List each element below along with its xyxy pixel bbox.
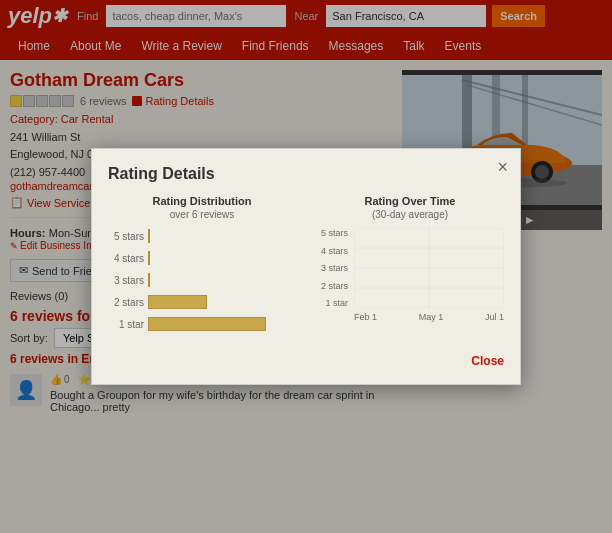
distribution-chart: Rating Distribution over 6 reviews 5 sta…: [108, 195, 296, 338]
bar-track-1: [148, 317, 296, 331]
bar-row-4: 4 stars: [108, 250, 296, 266]
bar-track-3: [148, 273, 296, 287]
line-chart-area: 5 stars 4 stars 3 stars 2 stars 1 star: [316, 228, 504, 328]
line-chart-svg: [354, 228, 504, 308]
dist-title: Rating Distribution: [108, 195, 296, 207]
bar-label-2: 2 stars: [108, 297, 148, 308]
x-labels: Feb 1 May 1 Jul 1: [354, 312, 504, 328]
bar-fill-3: [148, 273, 150, 287]
x-label-feb: Feb 1: [354, 312, 377, 328]
rating-details-modal: Rating Details × Rating Distribution ove…: [91, 148, 521, 385]
bar-row-5: 5 stars: [108, 228, 296, 244]
bar-fill-2: [148, 295, 207, 309]
x-label-may: May 1: [419, 312, 444, 328]
line-chart-plot: [354, 228, 504, 308]
bar-track-4: [148, 251, 296, 265]
bar-fill-1: [148, 317, 266, 331]
y-label-1: 1 star: [316, 298, 351, 308]
x-label-jul: Jul 1: [485, 312, 504, 328]
modal-title: Rating Details: [108, 165, 504, 183]
bar-row-1: 1 star: [108, 316, 296, 332]
time-subtitle: (30-day average): [316, 209, 504, 220]
time-chart: Rating Over Time (30-day average) 5 star…: [316, 195, 504, 338]
dist-subtitle: over 6 reviews: [108, 209, 296, 220]
bar-chart: 5 stars 4 stars 3 stars: [108, 228, 296, 332]
bar-row-2: 2 stars: [108, 294, 296, 310]
time-title: Rating Over Time: [316, 195, 504, 207]
bar-track-5: [148, 229, 296, 243]
bar-label-3: 3 stars: [108, 275, 148, 286]
bar-label-4: 4 stars: [108, 253, 148, 264]
line-chart-y-labels: 5 stars 4 stars 3 stars 2 stars 1 star: [316, 228, 351, 308]
y-label-2: 2 stars: [316, 281, 351, 291]
modal-close-button[interactable]: ×: [497, 157, 508, 178]
y-label-3: 3 stars: [316, 263, 351, 273]
bar-fill-4: [148, 251, 150, 265]
bar-label-1: 1 star: [108, 319, 148, 330]
y-label-5: 5 stars: [316, 228, 351, 238]
modal-close-footer-button[interactable]: Close: [471, 354, 504, 368]
modal-footer: Close: [108, 354, 504, 368]
modal-charts: Rating Distribution over 6 reviews 5 sta…: [108, 195, 504, 338]
modal-overlay[interactable]: Rating Details × Rating Distribution ove…: [0, 0, 612, 533]
bar-row-3: 3 stars: [108, 272, 296, 288]
bar-fill-5: [148, 229, 150, 243]
bar-label-5: 5 stars: [108, 231, 148, 242]
bar-track-2: [148, 295, 296, 309]
y-label-4: 4 stars: [316, 246, 351, 256]
